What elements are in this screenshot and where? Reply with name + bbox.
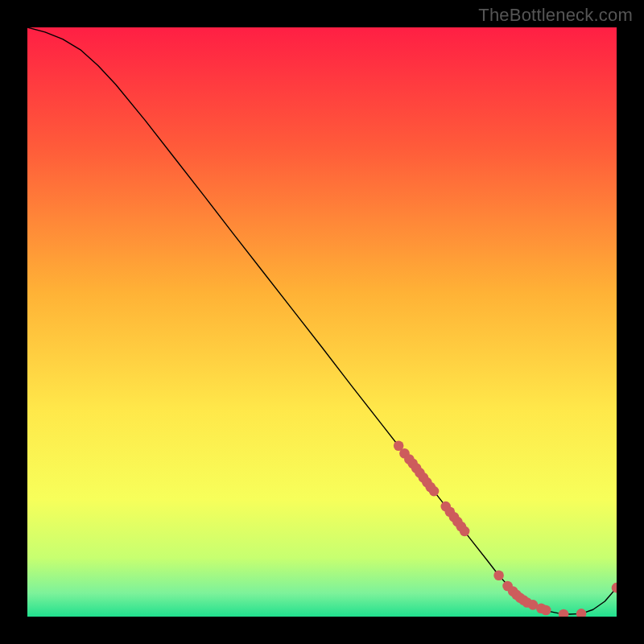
bottleneck-chart [27, 27, 617, 617]
gpu-marks-upper-dot [460, 526, 470, 537]
gpu-marks-upper-dot [429, 486, 440, 497]
gpu-marks-floor-dot [541, 605, 551, 616]
gpu-marks-floor-dot [493, 570, 504, 580]
watermark-text: TheBottleneck.com [478, 5, 633, 26]
plot-background [27, 27, 617, 617]
chart-stage: TheBottleneck.com [0, 0, 644, 644]
